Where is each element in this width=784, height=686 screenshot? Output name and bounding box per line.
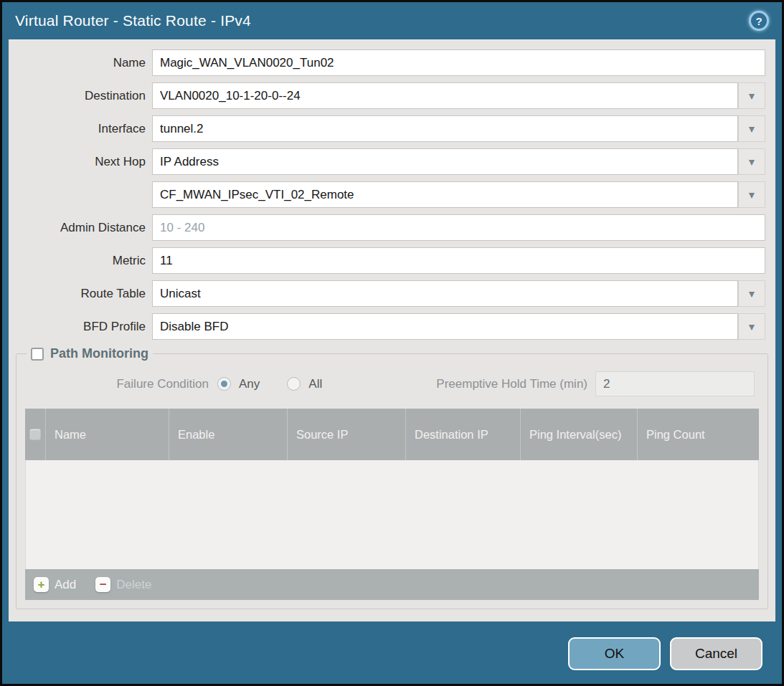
delete-button[interactable]: − Delete [95,577,151,592]
delete-button-label: Delete [116,578,151,592]
add-button-label: Add [55,578,76,592]
path-monitoring-table: Name Enable Source IP Destination IP Pin… [25,409,759,600]
minus-icon: − [95,577,110,592]
next-hop-label: Next Hop [9,155,152,169]
column-header-name[interactable]: Name [45,409,169,460]
next-hop-type-input[interactable] [152,148,738,175]
interface-row: Interface ▼ [9,115,765,142]
radio-any-label: Any [239,377,260,391]
table-body-empty [25,460,759,569]
route-table-label: Route Table [9,287,152,301]
metric-input[interactable] [152,247,765,274]
path-monitoring-section: Path Monitoring Failure Condition Any Al… [16,346,768,609]
column-header-ping-interval[interactable]: Ping Interval(sec) [520,409,637,460]
table-header-checkbox-cell [25,409,45,460]
add-button[interactable]: + Add [34,577,76,592]
admin-distance-row: Admin Distance [9,214,765,241]
destination-input[interactable] [152,82,738,109]
dialog-titlebar: Virtual Router - Static Route - IPv4 ? [2,2,782,39]
route-table-dropdown-button[interactable]: ▼ [738,280,765,307]
radio-icon [287,377,301,391]
failure-condition-any-radio[interactable]: Any [217,377,260,391]
admin-distance-label: Admin Distance [9,221,152,235]
select-all-checkbox[interactable] [29,429,41,440]
chevron-down-icon: ▼ [747,157,757,167]
bfd-profile-dropdown-button[interactable]: ▼ [738,313,765,340]
interface-input[interactable] [152,115,738,142]
metric-label: Metric [9,254,152,268]
failure-condition-row: Failure Condition Any All Preemptive Hol… [25,371,755,396]
column-header-ping-count[interactable]: Ping Count [637,409,759,460]
bfd-profile-input[interactable] [152,313,738,340]
destination-row: Destination ▼ [9,82,765,109]
destination-dropdown-button[interactable]: ▼ [738,82,765,109]
next-hop-type-dropdown-button[interactable]: ▼ [738,148,765,175]
destination-label: Destination [9,89,152,103]
chevron-down-icon: ▼ [747,289,757,299]
next-hop-address-row: ▼ [9,181,765,208]
path-monitoring-checkbox[interactable] [31,348,44,361]
next-hop-row: Next Hop ▼ [9,148,765,175]
route-table-row: Route Table ▼ [9,280,765,307]
column-header-source-ip[interactable]: Source IP [287,409,405,460]
ok-button[interactable]: OK [568,637,661,670]
table-toolbar: + Add − Delete [25,569,759,600]
table-header: Name Enable Source IP Destination IP Pin… [25,409,759,460]
path-monitoring-title: Path Monitoring [50,346,148,361]
next-hop-address-dropdown-button[interactable]: ▼ [738,181,765,208]
failure-condition-label: Failure Condition [25,377,217,391]
admin-distance-input[interactable] [152,214,765,241]
column-header-enable[interactable]: Enable [169,409,287,460]
chevron-down-icon: ▼ [747,91,757,101]
interface-label: Interface [9,122,152,136]
dialog-title: Virtual Router - Static Route - IPv4 [15,12,251,29]
column-header-destination-ip[interactable]: Destination IP [405,409,520,460]
preemptive-hold-label: Preemptive Hold Time (min) [436,377,595,391]
radio-icon [217,377,231,391]
dialog-content: Name Destination ▼ Interface ▼ [9,39,775,621]
name-label: Name [9,56,152,70]
radio-all-label: All [308,377,322,391]
chevron-down-icon: ▼ [747,190,757,200]
dialog-footer: OK Cancel [2,621,782,686]
cancel-button[interactable]: Cancel [670,637,762,670]
plus-icon: + [34,577,49,592]
chevron-down-icon: ▼ [747,322,757,332]
interface-dropdown-button[interactable]: ▼ [738,115,765,142]
preemptive-hold-input[interactable] [595,371,755,396]
bfd-profile-row: BFD Profile ▼ [9,313,765,340]
path-monitoring-legend: Path Monitoring [27,346,153,361]
help-icon[interactable]: ? [749,11,769,31]
metric-row: Metric [9,247,765,274]
chevron-down-icon: ▼ [747,124,757,134]
route-table-input[interactable] [152,280,738,307]
failure-condition-all-radio[interactable]: All [287,377,322,391]
name-row: Name [9,49,765,76]
next-hop-address-input[interactable] [152,181,738,208]
name-input[interactable] [152,49,765,76]
static-route-dialog: Virtual Router - Static Route - IPv4 ? N… [0,0,784,686]
bfd-profile-label: BFD Profile [9,320,152,334]
preemptive-hold-group: Preemptive Hold Time (min) [436,371,755,396]
